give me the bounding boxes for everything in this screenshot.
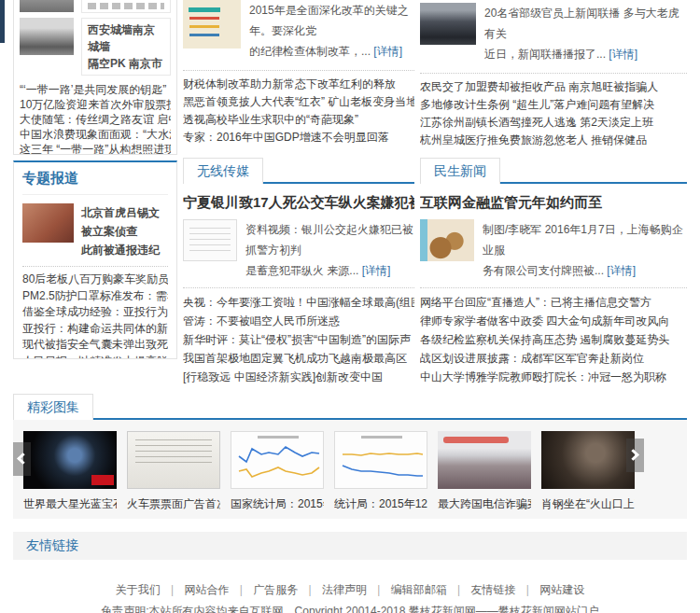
gallery-photo[interactable] [127,431,220,489]
dotted-divider [22,266,168,267]
list-item[interactable]: “‘一带一路’是共同发展的钥匙” [20,82,171,97]
title-line: 北京首虎吕锡文被立案侦查 [81,203,168,241]
list-item[interactable]: 中国水浪费现象面面观：“大水漫灌” [20,127,171,142]
footer-separator: ｜ [304,583,315,596]
footer-link[interactable]: 网站建设 [539,583,584,596]
gallery-chart-photo[interactable] [231,431,324,489]
gallery-caption[interactable]: 火车票票面广告首次公 [127,496,220,512]
finance-illustration-thumbnail[interactable] [420,219,474,261]
right-top-block: 20名省部级官员上新闻联播 多与大老虎有关 近日，新闻联播播报了... [详情]… [420,0,687,149]
infographic-thumbnail[interactable] [183,0,241,49]
featured-line: 20名省部级官员上新闻联播 多与大老虎有关 [484,3,687,44]
featured-text: 制图/李晓军 2016年1月7日，上海畅购企业服 务有限公司支付牌照被... [… [483,219,687,281]
list-item[interactable]: 人民日报：以精准发力提高脱贫攻 [22,354,168,360]
dotted-divider [420,287,687,288]
list-item[interactable]: 农民交了加盟费却被拒收产品 南京旭旺被指骗人 [420,78,687,96]
tab-wireless-media[interactable]: 无线传媒 [183,158,263,184]
list-item[interactable]: 各级纪检监察机关保持高压态势 遏制腐败蔓延势头 [420,330,687,349]
gallery-caption[interactable]: 世界最大星光蓝宝石叫 [23,496,117,512]
carousel-next-button[interactable] [626,439,644,472]
left-featured-row-truncated [20,0,171,13]
gallery-photo[interactable] [23,431,117,489]
gallery-caption[interactable]: 肖钢坐在“火山口上” [541,496,635,512]
livelihood-news-section: 民生新闻 互联网金融监管元年如约而至 制图/李晓军 2016年1月7日，上海畅购… [420,159,687,386]
carousel-prev-button[interactable] [13,442,31,476]
left-featured-row: 西安城墙南京城墙 隔空PK 南京市 [20,18,171,76]
list-item[interactable]: 透视高校毕业生求职中的“奇葩现象” [183,111,414,129]
list-item[interactable]: 财税体制改革助力新常态下改革红利的释放 [183,76,414,93]
gallery-photo[interactable] [541,431,635,489]
detail-link[interactable]: [详情] [607,264,636,277]
list-item[interactable]: [行稳致远 中国经济新实践]创新改变中国 [183,368,414,386]
news-thumbnail[interactable] [22,203,74,243]
list-item[interactable]: 亚投行：构建命运共同体的新平台 [22,321,168,338]
list-item[interactable]: 这三年 “一带一路”从构想照进现实 [20,142,171,155]
news-photo-thumbnail[interactable] [420,3,476,45]
special-reports-box: 专题报道 北京首虎吕锡文被立案侦查 此前被通报违纪 80后老板八百万购豪车奖励员… [13,160,177,359]
list-item[interactable]: 10万亿险资迎来首次外审股票投资信披 [20,97,171,112]
tab-livelihood-news[interactable]: 民生新闻 [420,158,500,184]
list-item[interactable]: PM2.5防护口罩标准发布：需考虑 [22,288,168,305]
footer-link[interactable]: 关于我们 [116,583,161,596]
caption-line: 隔空PK 南京市 [88,55,164,72]
featured-caption[interactable]: 西安城墙南京城墙 隔空PK 南京市 [81,18,171,76]
list-item[interactable]: 大使随笔：传丝绸之路友谊 启中伊关 [20,112,171,127]
video-still-thumbnail[interactable] [183,219,237,261]
list-item[interactable]: 管涛：不要被唱空人民币所迷惑 [183,312,414,330]
footer-link[interactable]: 友情链接 [471,583,516,596]
gallery-caption[interactable]: 最大跨国电信诈骗案告 [438,496,531,512]
news-portal-page: { "theme": { "accent_blue": "#2577b5", "… [0,0,700,613]
list-item[interactable]: 借鉴全球成功经验：亚投行为发展 [22,304,168,321]
gallery-caption[interactable]: 国家统计局：2015年12 [231,496,324,512]
list-item[interactable]: 现代被指安全气囊未弹出致死 家 [22,337,168,354]
friendly-links-title: 友情链接 [26,537,78,552]
gallery-item: 统计局：2015年12月PP [334,431,427,512]
footer-separator: ｜ [454,583,465,596]
dotted-divider [420,73,687,74]
title-line: 此前被通报违纪 [81,241,168,259]
detail-link[interactable]: [详情] [373,45,402,58]
list-item[interactable]: 国家网信办：坚决支持对“快播”涉黄案进行依法查 [183,146,414,149]
footer-link[interactable]: 编辑部邮箱 [391,583,447,596]
special-reports-list: 80后老板八百万购豪车奖励员工 PM2.5防护口罩标准发布：需考虑 借鉴全球成功… [22,272,168,359]
featured-line: 2015年是全面深化改革的关键之年。要深化党 [249,0,414,41]
section-headline[interactable]: 互联网金融监管元年如约而至 [420,194,687,212]
list-item[interactable]: 央视：今年要涨工资啦！中国涨幅全球最高(组图) [183,293,414,312]
caption-line: 西安城墙南京城墙 [88,21,164,55]
gallery-caption[interactable]: 统计局：2015年12月PP [334,496,427,512]
list-item[interactable]: 黑恶首领竟披人大代表“红衣” 矿山老板变身当地 [183,93,414,111]
gallery-photo[interactable] [438,431,531,489]
right-featured: 20名省部级官员上新闻联播 多与大老虎有关 近日，新闻联播播报了... [详情] [420,3,687,64]
footer-link[interactable]: 网站合作 [184,583,229,596]
news-thumbnail[interactable] [20,18,74,55]
detail-link[interactable]: [详情] [609,48,637,61]
detail-link[interactable]: [详情] [362,264,391,277]
list-item[interactable]: 专家：2016年中国GDP增速不会明显回落 [183,129,414,146]
gallery-item: 火车票票面广告首次公 [127,431,220,512]
list-item[interactable]: 我国首架极地固定翼飞机成功飞越南极最高区 [183,349,414,368]
footer-disclaimer: 免责声明:本站所有内容均来自互联网，Copyright 20014-2018 攀… [13,601,687,613]
tab-underline [263,182,414,184]
featured-line: 近日，新闻联播播报了... [详情] [484,44,687,64]
list-item[interactable]: 多地修改计生条例 “超生儿”落户难问题有望解决 [420,96,687,114]
list-item[interactable]: 新华时评：莫让“侵权”损害“中国制造”的国际声 [183,330,414,349]
featured-title[interactable]: 北京首虎吕锡文被立案侦查 此前被通报违纪 [81,203,168,259]
gallery-chart-photo[interactable] [334,431,427,489]
list-item[interactable]: 网络平台回应“直播造人”：已将主播信息交警方 [420,293,687,312]
list-item[interactable]: 80后老板八百万购豪车奖励员工 [22,272,168,288]
top-columns: 西安城墙南京城墙 隔空PK 南京市 “‘一带一路’是共同发展的钥匙” 10万亿险… [13,0,687,386]
list-item[interactable]: 中山大学博雅学院教师殴打院长：冲冠一怒为职称 [420,368,687,386]
section-headline[interactable]: 宁夏银川致17人死公交车纵火案嫌犯被批准逮 [183,194,414,212]
footer-link[interactable]: 广告服务 [253,583,298,596]
footer-link[interactable]: 法律声明 [322,583,367,596]
page-footer: 关于我们｜网站合作｜广告服务｜法律声明｜编辑部邮箱｜友情链接｜网站建设 免责声明… [13,560,687,613]
list-item[interactable]: 江苏徐州副镇长酒驾撞死人逃逸 第2天淡定上班 [420,114,687,132]
footer-nav: 关于我们｜网站合作｜广告服务｜法律声明｜编辑部邮箱｜友情链接｜网站建设 [13,579,687,600]
news-thumbnail[interactable] [20,0,74,12]
section-title-special-reports[interactable]: 专题报道 [22,170,168,195]
tab-gallery[interactable]: 精彩图集 [13,394,93,420]
list-item[interactable]: 战区划设进展披露：成都军区军官奔赴新岗位 [420,349,687,368]
list-item[interactable]: 律师专家学者做客中政委 四大金句成新年司改风向 [420,312,687,330]
middle-column: 2015年是全面深化改革的关键之年。要深化党 的纪律检查体制改革，... [详情… [183,0,414,386]
list-item[interactable]: 杭州皇城医疗推免费旅游忽悠老人 推销保健品 [420,132,687,149]
